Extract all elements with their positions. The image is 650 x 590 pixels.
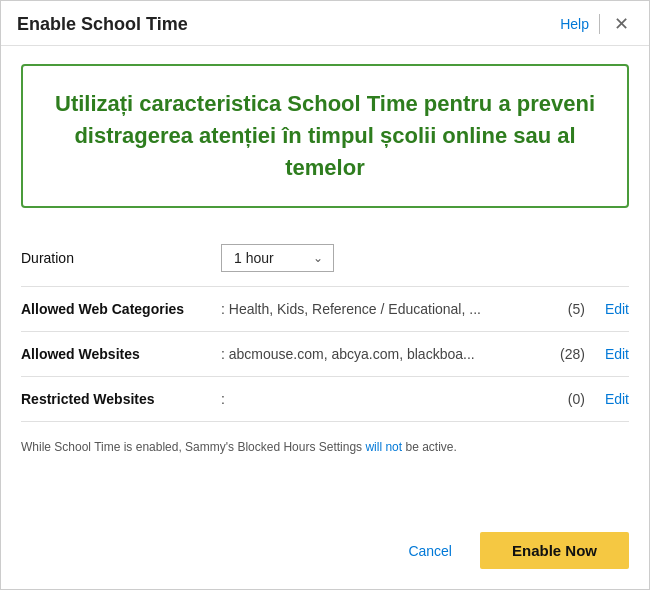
restricted-websites-row: Restricted Websites : (0) Edit — [21, 377, 629, 422]
dialog-header: Enable School Time Help ✕ — [1, 1, 649, 46]
allowed-websites-edit[interactable]: Edit — [605, 346, 629, 362]
cancel-button[interactable]: Cancel — [392, 535, 468, 567]
allowed-web-categories-value: : Health, Kids, Reference / Educational,… — [221, 301, 568, 317]
enable-school-time-dialog: Enable School Time Help ✕ Utilizați cara… — [0, 0, 650, 590]
duration-row: Duration 1 hour 30 minutes 2 hours 3 hou… — [21, 230, 629, 287]
promo-box: Utilizați caracteristica School Time pen… — [21, 64, 629, 208]
header-right: Help ✕ — [560, 13, 633, 35]
allowed-web-categories-count: (5) — [568, 301, 585, 317]
note-after: be active. — [402, 440, 457, 454]
allowed-web-categories-label: Allowed Web Categories — [21, 301, 221, 317]
duration-select-wrapper[interactable]: 1 hour 30 minutes 2 hours 3 hours 4 hour… — [221, 244, 334, 272]
promo-text: Utilizați caracteristica School Time pen… — [47, 88, 603, 184]
close-button[interactable]: ✕ — [610, 13, 633, 35]
duration-label: Duration — [21, 250, 221, 266]
allowed-websites-row: Allowed Websites : abcmouse.com, abcya.c… — [21, 332, 629, 377]
allowed-websites-value: : abcmouse.com, abcya.com, blackboa... — [221, 346, 560, 362]
restricted-websites-count: (0) — [568, 391, 585, 407]
header-divider — [599, 14, 600, 34]
help-link[interactable]: Help — [560, 16, 589, 32]
dialog-title: Enable School Time — [17, 14, 188, 35]
note-highlight: will not — [365, 440, 402, 454]
note-before: While School Time is enabled, Sammy's Bl… — [21, 440, 365, 454]
dialog-footer: Cancel Enable Now — [1, 518, 649, 589]
restricted-websites-label: Restricted Websites — [21, 391, 221, 407]
allowed-web-categories-row: Allowed Web Categories : Health, Kids, R… — [21, 287, 629, 332]
dialog-body: Utilizați caracteristica School Time pen… — [1, 46, 649, 518]
enable-now-button[interactable]: Enable Now — [480, 532, 629, 569]
allowed-websites-count: (28) — [560, 346, 585, 362]
restricted-websites-value: : — [221, 391, 568, 407]
duration-select[interactable]: 1 hour 30 minutes 2 hours 3 hours 4 hour… — [234, 250, 323, 266]
restricted-websites-edit[interactable]: Edit — [605, 391, 629, 407]
allowed-web-categories-edit[interactable]: Edit — [605, 301, 629, 317]
note-text: While School Time is enabled, Sammy's Bl… — [21, 438, 629, 456]
allowed-websites-label: Allowed Websites — [21, 346, 221, 362]
